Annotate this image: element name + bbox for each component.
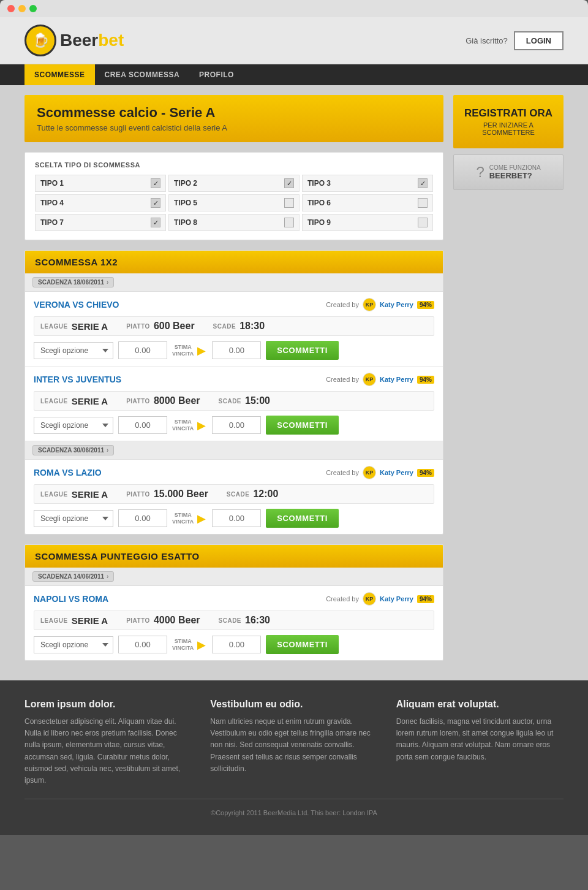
- scadenza-3-badge: SCADENZA 14/06/2011: [32, 571, 114, 582]
- tipo-1-check[interactable]: ✓: [151, 178, 160, 188]
- tipo-8-cell[interactable]: TIPO 8: [168, 214, 300, 231]
- register-button[interactable]: REGISTRATI ORA PER INIZIARE A SCOMMETTER…: [453, 95, 564, 148]
- scommessa-1x2-section: SCOMMESSA 1X2 SCADENZA 18/06/2011 VERONA…: [24, 250, 443, 534]
- piatto-label-1: PIATTO: [126, 323, 150, 330]
- bet-stima-3[interactable]: [212, 509, 261, 527]
- tipo-1-label: TIPO 1: [40, 179, 64, 188]
- stima-arrow-3: ▶: [197, 512, 206, 525]
- match-inter-betting: Scegli opzione 1X2 STIMAVINCITA ▶ SCOMME…: [34, 416, 434, 435]
- bet-stima-4[interactable]: [212, 636, 261, 653]
- tipo-2-cell[interactable]: TIPO 2 ✓: [168, 175, 300, 192]
- bet-select-4[interactable]: Scegli opzione 1-00-11-1: [34, 636, 113, 653]
- header-right: Già iscritto? LOGIN: [466, 31, 564, 50]
- already-member-text: Già iscritto?: [466, 36, 508, 45]
- bet-stima-2[interactable]: [212, 416, 261, 434]
- bet-amount-1[interactable]: [118, 341, 167, 359]
- logo-text: Beerbet: [60, 31, 124, 50]
- scade-item-3: SCADE 12:00: [227, 489, 278, 500]
- footer-copyright: ©Copyright 2011 BeerMedia Ltd. This beer…: [24, 809, 564, 816]
- tipo-5-cell[interactable]: TIPO 5: [168, 194, 300, 211]
- match-roma-created: Created by KP Katy Perry 94%: [326, 466, 434, 479]
- tipo-6-cell[interactable]: TIPO 6: [302, 194, 433, 211]
- tipo-3-cell[interactable]: TIPO 3 ✓: [302, 175, 433, 192]
- created-by-label-4: Created by: [326, 595, 359, 603]
- main-content: Scommesse calcio - Serie A Tutte le scom…: [24, 95, 443, 671]
- logo-bet-text: bet: [98, 31, 124, 50]
- footer-title-1: Lorem ipsum dolor.: [24, 699, 192, 710]
- tipo-4-check[interactable]: ✓: [151, 198, 160, 208]
- piatto-item-2: PIATTO 8000 Beer: [126, 395, 200, 406]
- scadenza-3-bar: SCADENZA 14/06/2011: [25, 568, 443, 586]
- creator-avatar-4: KP: [363, 592, 376, 606]
- creator-name-4: Katy Perry: [380, 595, 413, 603]
- match-roma-betting: Scegli opzione 1X2 STIMAVINCITA ▶ SCOMME…: [34, 509, 434, 528]
- scommetti-btn-3[interactable]: SCOMMETTI: [266, 509, 339, 528]
- match-roma-top: ROMA VS LAZIO Created by KP Katy Perry 9…: [34, 466, 434, 479]
- tipo-5-check[interactable]: [284, 198, 294, 208]
- match-inter-juventus: INTER VS JUVENTUS Created by KP Katy Per…: [25, 367, 443, 441]
- scommetti-btn-1[interactable]: SCOMMETTI: [266, 341, 339, 360]
- tipo-9-check[interactable]: [418, 218, 428, 227]
- scommessa-punteggio-header: SCOMMESSA PUNTEGGIO ESATTO: [25, 545, 443, 568]
- logo-icon: 🍺: [24, 25, 56, 56]
- scommessa-punteggio-section: SCOMMESSA PUNTEGGIO ESATTO SCADENZA 14/0…: [24, 544, 443, 661]
- stima-group-4: STIMAVINCITA ▶: [172, 638, 207, 652]
- stima-label-3: STIMAVINCITA: [172, 512, 194, 525]
- logo[interactable]: 🍺 Beerbet: [24, 25, 124, 56]
- minimize-btn[interactable]: [18, 5, 26, 12]
- scadenza-1-badge: SCADENZA 18/06/2011: [32, 277, 114, 287]
- tipo-3-check[interactable]: ✓: [418, 178, 428, 188]
- scommetti-btn-2[interactable]: SCOMMETTI: [266, 416, 339, 435]
- bet-amount-3[interactable]: [118, 509, 167, 527]
- match-inter-details: LEAGUE SERIE A PIATTO 8000 Beer SCADE 15…: [34, 391, 434, 411]
- match-verona-title[interactable]: VERONA VS CHIEVO: [34, 300, 119, 310]
- site-footer: Lorem ipsum dolor. Consectetuer adipisci…: [0, 680, 588, 835]
- bet-select-1[interactable]: Scegli opzione 1 X 2: [34, 342, 113, 359]
- nav-item-scommesse[interactable]: SCOMMESSE: [24, 64, 95, 85]
- nav-item-profilo[interactable]: PROFILO: [189, 64, 244, 85]
- scade-item-4: SCADE 16:30: [219, 615, 270, 626]
- tipo-7-check[interactable]: ✓: [151, 218, 160, 227]
- league-item-1: LEAGUE SERIE A: [40, 321, 108, 332]
- footer-col-2: Vestibulum eu odio. Nam ultricies neque …: [210, 699, 377, 786]
- tipo-2-check[interactable]: ✓: [284, 178, 294, 188]
- league-label-2: LEAGUE: [40, 398, 68, 405]
- tipo-6-check[interactable]: [418, 198, 428, 208]
- scade-value-1: 18:30: [239, 321, 265, 332]
- match-napoli-top: NAPOLI VS ROMA Created by KP Katy Perry …: [34, 592, 434, 606]
- close-btn[interactable]: [7, 5, 15, 12]
- how-button[interactable]: ? COME FUNZIONA BEERBET?: [453, 154, 564, 190]
- stima-label-4: STIMAVINCITA: [172, 638, 194, 652]
- maximize-btn[interactable]: [29, 5, 37, 12]
- bet-amount-4[interactable]: [118, 636, 167, 653]
- tipo-1-cell[interactable]: TIPO 1 ✓: [35, 175, 166, 192]
- tipo-5-label: TIPO 5: [174, 199, 197, 207]
- bet-stima-1[interactable]: [212, 341, 261, 359]
- tipo-4-cell[interactable]: TIPO 4 ✓: [35, 194, 166, 211]
- bet-select-3[interactable]: Scegli opzione 1X2: [34, 510, 113, 527]
- login-button[interactable]: LOGIN: [514, 31, 564, 50]
- stima-group-3: STIMAVINCITA ▶: [172, 512, 207, 525]
- league-item-4: LEAGUE SERIE A: [40, 615, 108, 626]
- footer-cols: Lorem ipsum dolor. Consectetuer adipisci…: [24, 699, 564, 799]
- footer-col-1: Lorem ipsum dolor. Consectetuer adipisci…: [24, 699, 192, 786]
- match-verona-chievo: VERONA VS CHIEVO Created by KP Katy Perr…: [25, 292, 443, 367]
- creator-avatar-3: KP: [363, 466, 376, 479]
- tipo-9-cell[interactable]: TIPO 9: [302, 214, 433, 231]
- match-verona-details: LEAGUE SERIE A PIATTO 600 Beer SCADE 18:…: [34, 316, 434, 336]
- match-roma-title[interactable]: ROMA VS LAZIO: [34, 468, 102, 477]
- question-icon: ?: [476, 164, 484, 181]
- scommetti-btn-4[interactable]: SCOMMETTI: [266, 635, 339, 654]
- select-wrapper-4: Scegli opzione 1-00-11-1: [34, 636, 113, 653]
- nav-item-crea[interactable]: CREA SCOMMESSA: [95, 64, 190, 85]
- match-napoli-title[interactable]: NAPOLI VS ROMA: [34, 594, 108, 604]
- match-inter-title[interactable]: INTER VS JUVENTUS: [34, 375, 121, 384]
- match-napoli-betting: Scegli opzione 1-00-11-1 STIMAVINCITA ▶ …: [34, 635, 434, 654]
- bet-select-2[interactable]: Scegli opzione 1X2: [34, 417, 113, 434]
- tipo-8-check[interactable]: [284, 218, 294, 227]
- window-chrome: [0, 0, 588, 17]
- stima-arrow-2: ▶: [197, 419, 206, 432]
- tipo-7-cell[interactable]: TIPO 7 ✓: [35, 214, 166, 231]
- creator-name-3: Katy Perry: [380, 469, 413, 476]
- bet-amount-2[interactable]: [118, 416, 167, 434]
